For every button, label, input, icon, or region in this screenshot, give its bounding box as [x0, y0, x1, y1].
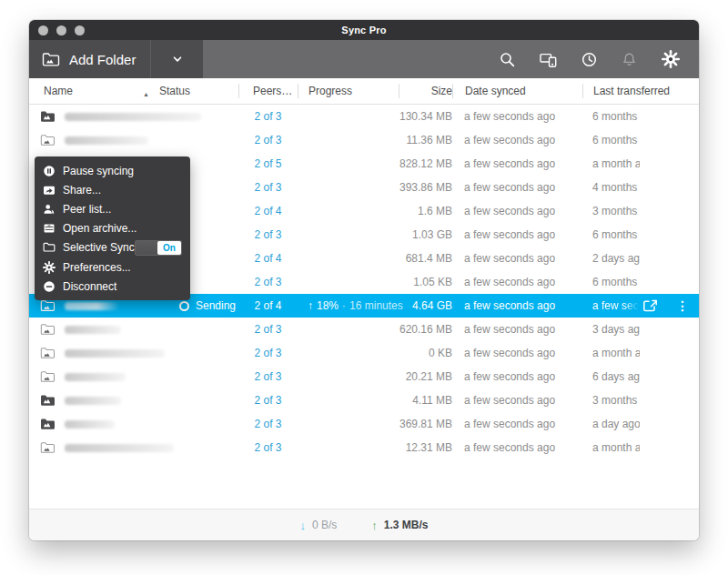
folder-name-redacted	[65, 397, 121, 405]
add-folder-button[interactable]: Add Folder	[29, 40, 150, 78]
name-cell	[29, 436, 159, 459]
column-header-size[interactable]: Size	[399, 84, 452, 98]
menu-item-label: Disconnect	[63, 280, 116, 293]
context-menu-item[interactable]: Peer list...	[35, 199, 190, 218]
last-transferred-cell: a month ago	[582, 436, 699, 459]
peers-cell: 2 of 4	[238, 247, 298, 270]
status-cell	[159, 365, 238, 388]
context-menu-item[interactable]: Preferences...	[35, 257, 190, 277]
folder-icon	[40, 394, 56, 407]
status-cell	[159, 318, 238, 341]
date-synced-cell: a few seconds ago	[452, 152, 582, 176]
progress-cell	[298, 318, 399, 341]
peers-cell: 2 of 4	[238, 294, 298, 318]
peers-count-link[interactable]: 2 of 4	[254, 299, 281, 312]
last-transferred-cell: 6 months ago	[582, 223, 699, 247]
size-cell: 393.86 MB	[399, 176, 452, 199]
size-cell: 130.34 MB	[399, 105, 452, 128]
size-cell: 4.64 GB	[399, 294, 452, 318]
peers-count-link[interactable]: 2 of 3	[254, 441, 281, 454]
last-transferred-cell: 3 months ago	[582, 388, 699, 412]
progress-cell	[298, 341, 399, 365]
peers-count-link[interactable]: 2 of 4	[254, 205, 281, 217]
folder-name-redacted	[65, 349, 165, 358]
peers-count-link[interactable]: 2 of 3	[254, 370, 281, 383]
peers-count-link[interactable]: 2 of 3	[254, 418, 281, 430]
upload-speed: ↑ 1.3 MB/s	[371, 519, 428, 532]
share-export-icon[interactable]	[642, 298, 658, 313]
peers-count-link[interactable]: 2 of 5	[254, 157, 281, 170]
folder-row[interactable]: 2 of 3 12.31 MB a few seconds ago a mont…	[29, 436, 699, 459]
folder-row[interactable]: 2 of 3 130.34 MB a few seconds ago 6 mon…	[29, 105, 699, 128]
peers-count-link[interactable]: 2 of 3	[254, 110, 281, 123]
peers-count-link[interactable]: 2 of 4	[254, 252, 281, 265]
devices-icon[interactable]	[540, 52, 557, 67]
peers-count-link[interactable]: 2 of 3	[254, 228, 281, 241]
selective-sync-toggle[interactable]: On	[135, 240, 182, 256]
progress-cell	[298, 365, 399, 388]
sort-ascending-icon: ▲	[143, 87, 149, 102]
context-menu-item[interactable]: Selective Sync On	[35, 238, 190, 257]
menu-item-icon	[43, 203, 56, 216]
progress-cell	[298, 388, 399, 412]
search-icon[interactable]	[500, 52, 515, 67]
folder-row[interactable]: 2 of 3 0 KB a few seconds ago a month ag…	[29, 341, 699, 365]
peers-count-link[interactable]: 2 of 3	[254, 134, 281, 146]
peers-count-link[interactable]: 2 of 3	[254, 181, 281, 194]
notifications-bell-icon[interactable]	[622, 52, 637, 67]
kebab-menu-icon[interactable]: ⋮	[676, 299, 689, 312]
folder-context-menu: Pause syncing Share... Peer list... Open…	[35, 156, 190, 300]
peers-cell: 2 of 4	[238, 199, 298, 223]
sync-spinner-icon	[179, 301, 189, 311]
app-window: Sync Pro Add Folder Name ▲ Status Peers……	[29, 20, 699, 540]
progress-cell	[298, 436, 399, 459]
peers-count-link[interactable]: 2 of 3	[254, 347, 281, 359]
name-cell	[29, 341, 159, 365]
name-cell	[29, 318, 159, 341]
peers-count-link[interactable]: 2 of 3	[254, 394, 281, 407]
context-menu-item[interactable]: Share...	[35, 180, 190, 199]
folder-row[interactable]: 2 of 3 369.81 MB a few seconds ago a day…	[29, 412, 699, 436]
column-header-progress[interactable]: Progress	[298, 84, 399, 98]
date-synced-cell: a few seconds ago	[452, 223, 582, 247]
context-menu-item[interactable]: Disconnect	[35, 277, 190, 296]
menu-item-icon	[43, 241, 56, 254]
progress-cell	[298, 270, 399, 294]
column-header-date-synced[interactable]: Date synced	[452, 84, 582, 98]
date-synced-cell: a few seconds ago	[452, 176, 582, 199]
progress-cell	[298, 152, 399, 176]
progress-cell: ↑18%·16 minutes	[298, 294, 399, 318]
titlebar: Sync Pro	[29, 20, 699, 40]
last-transferred-cell: 6 days ago	[582, 365, 699, 388]
context-menu-item[interactable]: Pause syncing	[35, 161, 190, 180]
date-synced-cell: a few seconds ago	[452, 105, 582, 128]
progress-time-remaining: 16 minutes	[349, 299, 403, 312]
download-speed: ↓ 0 B/s	[299, 519, 337, 532]
settings-gear-icon[interactable]	[662, 50, 680, 68]
peers-cell: 2 of 3	[238, 176, 298, 199]
folder-row[interactable]: 2 of 3 620.16 MB a few seconds ago 3 day…	[29, 318, 699, 341]
column-header-status[interactable]: Status	[159, 84, 238, 98]
chevron-down-icon	[171, 53, 184, 66]
peers-count-link[interactable]: 2 of 3	[254, 276, 281, 288]
last-transferred-cell: 6 months ago	[582, 270, 699, 294]
date-synced-cell: a few seconds ago	[452, 270, 582, 294]
folder-row[interactable]: 2 of 3 4.11 MB a few seconds ago 3 month…	[29, 388, 699, 412]
context-menu-item[interactable]: Open archive...	[35, 219, 190, 238]
folder-row[interactable]: 2 of 3 20.21 MB a few seconds ago 6 days…	[29, 365, 699, 388]
date-synced-cell: a few seconds ago	[452, 247, 582, 270]
name-cell	[29, 388, 159, 412]
size-cell: 20.21 MB	[399, 365, 452, 388]
download-speed-value: 0 B/s	[312, 519, 337, 531]
add-folder-dropdown-button[interactable]	[150, 40, 203, 78]
peers-count-link[interactable]: 2 of 3	[254, 323, 281, 336]
menu-item-label: Share...	[63, 184, 101, 197]
add-folder-label: Add Folder	[69, 52, 136, 67]
column-header-name[interactable]: Name ▲	[29, 84, 159, 98]
folder-row[interactable]: 2 of 3 11.36 MB a few seconds ago 6 mont…	[29, 128, 699, 152]
history-icon[interactable]	[581, 52, 597, 67]
name-cell	[29, 128, 159, 152]
size-cell: 369.81 MB	[399, 412, 452, 436]
column-header-last-transferred[interactable]: Last transferred	[582, 84, 699, 98]
column-header-peers[interactable]: Peers…	[238, 84, 298, 98]
